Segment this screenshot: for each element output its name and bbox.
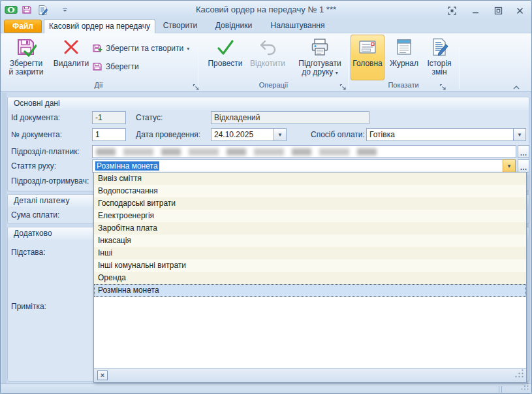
conduct-button[interactable]: Провести xyxy=(204,35,246,78)
id-label: Id документа: xyxy=(11,113,60,122)
save-create-icon xyxy=(92,43,102,54)
dropdown-close-button[interactable]: × xyxy=(97,370,108,380)
basis-label: Підстава: xyxy=(11,248,46,257)
redacted-text xyxy=(96,148,382,156)
tab-settings[interactable]: Налаштування xyxy=(262,19,333,33)
article-dropdown-popup: Вивіз сміттяВодопостачанняГосподарські в… xyxy=(93,172,527,383)
tab-file[interactable]: Файл xyxy=(4,20,42,33)
print-dropdown-icon: ▾ xyxy=(336,70,338,76)
delete-button[interactable]: Видалити xyxy=(50,35,92,78)
payer-label: Підрозділ-платник: xyxy=(11,147,80,156)
conduct-label: Провести xyxy=(208,59,242,68)
doc-number-label: № документа: xyxy=(11,130,62,139)
status-field: Відкладений xyxy=(211,111,369,124)
list-item[interactable]: Водопостачання xyxy=(94,185,526,197)
history-icon xyxy=(429,37,450,57)
group-caption-actions: Дії xyxy=(5,80,193,91)
save-create-dropdown-icon[interactable]: ▾ xyxy=(187,46,189,52)
printer-icon xyxy=(309,37,330,57)
save-label: Зберегти xyxy=(106,62,139,71)
maximize-icon[interactable] xyxy=(491,5,505,16)
tab-create[interactable]: Створити xyxy=(159,19,201,33)
view-main-toggle-button[interactable]: Головна xyxy=(351,35,384,80)
dialog-launcher-icon[interactable] xyxy=(193,82,200,90)
pay-method-field[interactable]: Готівка xyxy=(366,128,514,141)
rollback-label: Відкотити xyxy=(250,59,285,68)
dialog-launcher-icon[interactable] xyxy=(439,82,447,90)
list-item[interactable]: Інкасація xyxy=(94,235,526,247)
note-label: Примітка: xyxy=(11,302,46,311)
pay-method-label: Спосіб оплати: xyxy=(311,130,365,139)
prepare-print-label-line2: до друку ▾ xyxy=(302,68,337,77)
status-label: Статус: xyxy=(136,113,163,122)
form-left-band xyxy=(2,93,7,394)
status-separator xyxy=(499,386,502,393)
dropdown-resize-grip[interactable] xyxy=(514,369,524,381)
tab-references[interactable]: Довідники xyxy=(208,19,259,33)
date-dropdown-button[interactable]: ▼ xyxy=(274,128,287,141)
window-resize-grip[interactable] xyxy=(520,382,529,393)
list-item[interactable]: Заробітна плата xyxy=(94,222,526,235)
journal-icon xyxy=(394,37,415,57)
article-dropdown-button[interactable]: ▼ xyxy=(503,159,516,172)
save-and-close-button[interactable]: Зберегти й закрити xyxy=(5,35,48,78)
date-label: Дата проведення: xyxy=(136,130,200,139)
window-status-strip xyxy=(1,384,531,394)
title-bar: Касовий ордер на передачу № 1 *** xyxy=(1,1,531,19)
date-field[interactable]: 24.10.2025 xyxy=(211,128,274,141)
group-separator xyxy=(348,35,349,89)
list-item[interactable]: Інші xyxy=(94,247,526,259)
view-main-label: Головна xyxy=(352,59,383,68)
group-separator xyxy=(459,35,460,89)
article-selected-text: Розмінна монета xyxy=(95,161,159,171)
chevron-down-icon: ▼ xyxy=(507,163,512,169)
dropdown-footer: × xyxy=(94,368,526,382)
group-separator xyxy=(198,35,198,89)
article-browse-button[interactable]: … xyxy=(518,159,529,172)
conduct-check-icon xyxy=(215,37,236,57)
receiver-label: Підрозділ-отримувач: xyxy=(11,176,89,186)
view-journal-button[interactable]: Журнал xyxy=(387,35,421,78)
minimize-icon[interactable] xyxy=(468,5,482,16)
collapse-ribbon-icon[interactable] xyxy=(512,81,520,89)
list-item[interactable]: Господарські витрати xyxy=(94,197,526,210)
doc-number-field[interactable]: 1 xyxy=(92,128,126,141)
view-journal-label: Журнал xyxy=(390,59,418,68)
list-item[interactable]: Розмінна монета xyxy=(94,284,526,297)
dialog-launcher-icon[interactable] xyxy=(339,82,347,90)
chevron-down-icon: ▼ xyxy=(517,132,522,138)
article-combo-field[interactable]: Розмінна монета xyxy=(92,159,503,172)
chevron-down-icon: ▼ xyxy=(277,132,283,138)
fullscreen-icon[interactable] xyxy=(445,5,459,16)
pay-method-dropdown-button[interactable]: ▼ xyxy=(513,128,526,141)
payer-browse-button[interactable]: … xyxy=(518,145,529,158)
article-dropdown-list: Вивіз сміттяВодопостачанняГосподарські в… xyxy=(94,172,526,369)
list-item[interactable]: Електроенергія xyxy=(94,210,526,222)
save-button[interactable]: Зберегти xyxy=(92,60,139,73)
app-window: Касовий ордер на передачу № 1 *** Файл К… xyxy=(0,0,532,394)
rollback-undo-icon xyxy=(257,37,278,57)
rollback-button: Відкотити xyxy=(247,35,288,78)
save-close-label-line2: й закрити xyxy=(8,68,43,76)
main-form-icon xyxy=(357,37,378,57)
sum-label: Сума сплати: xyxy=(11,210,59,220)
list-item[interactable]: Вивіз сміття xyxy=(94,172,526,185)
close-icon[interactable] xyxy=(512,5,527,16)
view-history-label-line2: змін xyxy=(431,68,446,76)
id-field: -1 xyxy=(92,111,126,124)
article-label: Стаття руху: xyxy=(11,161,56,171)
ribbon-tab-row: Файл Касовий ордер на передачу Створити … xyxy=(1,19,531,33)
save-close-icon xyxy=(16,37,37,57)
delete-icon xyxy=(61,37,82,57)
prepare-print-button[interactable]: Підготувати до друку ▾ xyxy=(293,35,347,78)
save-and-create-button[interactable]: Зберегти та створити ▾ xyxy=(92,42,189,55)
list-item[interactable]: Інші комунальні витрати xyxy=(94,259,526,272)
delete-label: Видалити xyxy=(54,59,89,68)
payer-field[interactable] xyxy=(92,145,516,158)
list-item[interactable]: Оренда xyxy=(94,272,526,284)
ribbon: Зберегти й закрити Видалити Зберегти та … xyxy=(1,33,531,92)
view-history-button[interactable]: Історія змін xyxy=(422,35,456,78)
save-create-label: Зберегти та створити xyxy=(106,44,183,53)
tab-document-active[interactable]: Касовий ордер на передачу xyxy=(44,19,155,33)
save-icon xyxy=(92,61,102,72)
